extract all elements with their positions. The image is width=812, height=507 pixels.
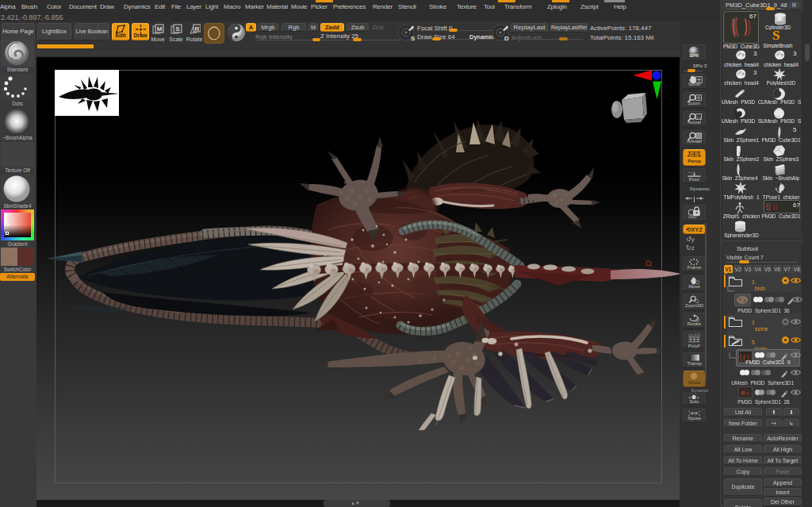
- svg-text:S: S: [175, 25, 180, 33]
- svg-text:M: M: [156, 25, 162, 33]
- svg-text:R: R: [194, 25, 199, 33]
- svg-text:D: D: [504, 35, 509, 42]
- svg-text:S: S: [411, 35, 416, 42]
- svg-text:BPR: BPR: [690, 53, 699, 58]
- svg-text:1:1: 1:1: [696, 116, 702, 120]
